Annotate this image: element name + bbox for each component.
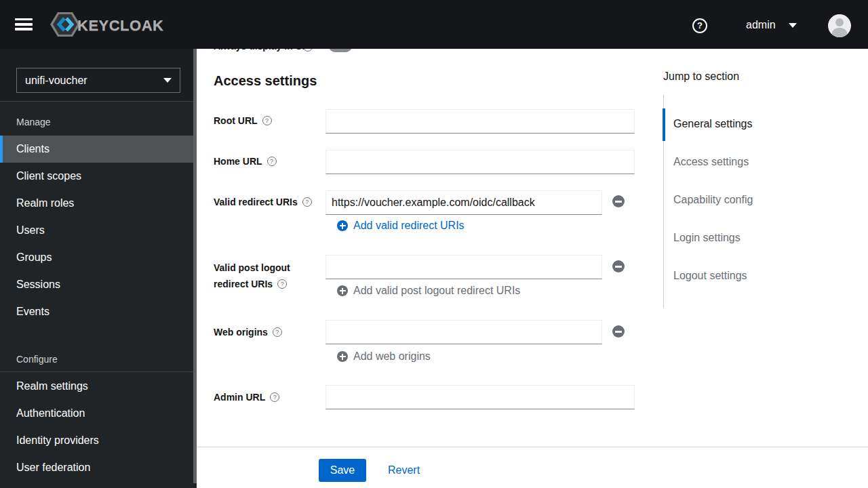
sidebar-item-user-federation[interactable]: User federation xyxy=(0,454,194,481)
revert-button[interactable]: Revert xyxy=(388,464,420,476)
home-url-input[interactable] xyxy=(326,150,635,174)
jump-nav-active-indicator xyxy=(663,108,665,141)
plus-circle-icon xyxy=(337,285,348,296)
add-valid-redirect-uris-button[interactable]: Add valid redirect URIs xyxy=(337,220,465,232)
nav-section-title-manage: Manage xyxy=(16,117,51,127)
admin-url-input[interactable] xyxy=(326,385,635,409)
client-settings-content: Always display in UI ? Access settings R… xyxy=(197,49,868,488)
realm-selector-dropdown[interactable]: unifi-voucher xyxy=(16,68,180,93)
help-icon[interactable]: ? xyxy=(302,197,312,207)
jump-to-section-title: Jump to section xyxy=(663,70,739,83)
hamburger-menu-icon[interactable] xyxy=(15,18,33,30)
plus-circle-icon xyxy=(337,351,348,362)
user-avatar-icon[interactable] xyxy=(828,14,851,37)
help-question-circle-icon[interactable]: ? xyxy=(692,18,707,33)
help-icon[interactable]: ? xyxy=(277,279,287,289)
help-icon[interactable]: ? xyxy=(273,327,282,337)
web-origins-input[interactable] xyxy=(326,320,602,344)
sidebar-scrollbar[interactable] xyxy=(193,49,197,483)
always-display-toggle[interactable] xyxy=(329,49,352,52)
sidebar-item-authentication[interactable]: Authentication xyxy=(0,400,194,427)
sidebar-item-identity-providers[interactable]: Identity providers xyxy=(0,427,194,454)
add-web-origins-button[interactable]: Add web origins xyxy=(337,350,431,363)
nav-divider xyxy=(0,371,197,372)
sidebar-item-clients[interactable]: Clients xyxy=(0,136,194,163)
always-display-label: Always display in UI xyxy=(214,49,305,52)
help-icon[interactable]: ? xyxy=(267,157,277,166)
sidebar-item-sessions[interactable]: Sessions xyxy=(0,271,194,298)
user-menu-caret-down-icon[interactable] xyxy=(789,23,797,28)
web-origins-label: Web origins ? xyxy=(214,327,282,338)
realm-selector-value: unifi-voucher xyxy=(25,75,163,87)
remove-web-origin-minus-circle-icon[interactable] xyxy=(612,325,625,338)
jump-item-logout-settings[interactable]: Logout settings xyxy=(673,270,747,282)
action-bar-divider xyxy=(197,447,868,447)
home-url-label: Home URL ? xyxy=(214,156,277,167)
realm-selector-area: unifi-voucher xyxy=(0,49,197,102)
plus-circle-icon xyxy=(337,220,348,231)
sidebar-item-events[interactable]: Events xyxy=(0,298,194,325)
jump-item-access-settings[interactable]: Access settings xyxy=(673,156,749,168)
sidebar-item-realm-settings[interactable]: Realm settings xyxy=(0,373,194,400)
sidebar-item-groups[interactable]: Groups xyxy=(0,244,194,271)
help-icon[interactable]: ? xyxy=(270,392,279,402)
jump-item-general-settings[interactable]: General settings xyxy=(673,118,753,130)
masthead: KEYCLOAK ? admin xyxy=(0,0,868,49)
sidebar-item-realm-roles[interactable]: Realm roles xyxy=(0,190,194,217)
keycloak-brand[interactable]: KEYCLOAK xyxy=(50,11,163,41)
jump-item-login-settings[interactable]: Login settings xyxy=(673,232,741,244)
post-logout-uris-label: Valid post logout redirect URIs ? xyxy=(214,260,290,292)
caret-down-icon xyxy=(163,78,172,83)
remove-post-logout-uri-minus-circle-icon[interactable] xyxy=(612,260,625,272)
jump-item-capability-config[interactable]: Capability config xyxy=(673,194,753,206)
add-post-logout-uris-button[interactable]: Add valid post logout redirect URIs xyxy=(337,285,520,297)
help-icon[interactable]: ? xyxy=(262,116,272,125)
valid-redirect-uris-label: Valid redirect URIs ? xyxy=(214,197,312,207)
root-url-input[interactable] xyxy=(326,109,635,134)
sidebar-nav: unifi-voucher Manage Clients Client scop… xyxy=(0,49,197,488)
sidebar-item-client-scopes[interactable]: Client scopes xyxy=(0,163,194,190)
sidebar-item-users[interactable]: Users xyxy=(0,217,194,244)
root-url-label: Root URL ? xyxy=(214,115,272,126)
keycloak-admin-console: KEYCLOAK ? admin unifi-voucher Manage Cl… xyxy=(0,0,868,488)
access-settings-heading: Access settings xyxy=(214,73,317,89)
valid-redirect-uri-input[interactable] xyxy=(326,190,602,215)
brand-wordmark: KEYCLOAK xyxy=(77,17,163,35)
nav-section-title-configure: Configure xyxy=(16,354,58,365)
post-logout-uri-input[interactable] xyxy=(326,255,602,279)
remove-redirect-uri-minus-circle-icon[interactable] xyxy=(612,195,625,207)
keycloak-logo-icon xyxy=(50,11,80,41)
save-button[interactable]: Save xyxy=(319,459,366,482)
user-menu-label[interactable]: admin xyxy=(746,19,776,31)
admin-url-label: Admin URL ? xyxy=(214,392,279,403)
